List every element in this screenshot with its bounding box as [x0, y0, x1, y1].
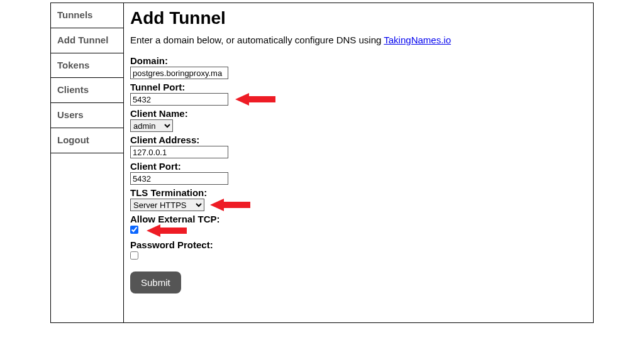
annotation-arrow-icon [147, 222, 187, 239]
row-tunnel-port: Tunnel Port: [130, 80, 587, 106]
sidebar-item-tokens[interactable]: Tokens [51, 53, 123, 79]
takingnames-link[interactable]: TakingNames.io [384, 35, 451, 45]
row-client-port: Client Port: [130, 160, 587, 185]
row-domain: Domain: [130, 54, 587, 79]
row-allow-external: Allow External TCP: [130, 212, 587, 237]
allow-external-checkbox[interactable] [130, 226, 138, 234]
submit-button[interactable]: Submit [130, 271, 181, 293]
row-client-address: Client Address: [130, 133, 587, 158]
sidebar-item-logout[interactable]: Logout [51, 128, 123, 153]
client-name-select[interactable]: admin [130, 119, 173, 132]
row-tls-termination: TLS Termination: Server HTTPS [130, 186, 587, 211]
page-title: Add Tunnel [130, 8, 587, 28]
label-domain: Domain: [130, 54, 587, 67]
label-allow-external: Allow External TCP: [130, 212, 587, 225]
label-client-name: Client Name: [130, 107, 587, 119]
intro-prefix: Enter a domain below, or automatically c… [130, 35, 384, 45]
sidebar: Tunnels Add Tunnel Tokens Clients Users … [51, 3, 124, 322]
tunnel-port-input[interactable] [130, 93, 228, 106]
row-client-name: Client Name: admin [130, 107, 587, 132]
label-client-port: Client Port: [130, 160, 587, 172]
svg-marker-2 [147, 224, 187, 237]
label-password-protect: Password Protect: [130, 238, 587, 251]
sidebar-item-tunnels[interactable]: Tunnels [51, 3, 123, 28]
annotation-arrow-icon [235, 91, 275, 107]
annotation-arrow-icon [210, 197, 250, 213]
sidebar-item-add-tunnel[interactable]: Add Tunnel [51, 28, 123, 53]
intro-text: Enter a domain below, or automatically c… [130, 35, 587, 45]
domain-input[interactable] [130, 67, 228, 79]
app-container: Tunnels Add Tunnel Tokens Clients Users … [50, 3, 594, 323]
label-tunnel-port: Tunnel Port: [130, 80, 587, 93]
sidebar-item-users[interactable]: Users [51, 103, 123, 128]
client-address-input[interactable] [130, 146, 228, 158]
label-client-address: Client Address: [130, 133, 587, 146]
row-password-protect: Password Protect: [130, 238, 587, 263]
tls-termination-select[interactable]: Server HTTPS [130, 199, 204, 211]
svg-marker-1 [210, 199, 250, 211]
sidebar-item-clients[interactable]: Clients [51, 78, 123, 103]
label-tls-termination: TLS Termination: [130, 186, 587, 199]
client-port-input[interactable] [130, 172, 228, 185]
svg-marker-0 [235, 93, 275, 106]
main-panel: Add Tunnel Enter a domain below, or auto… [124, 3, 593, 322]
password-protect-checkbox[interactable] [130, 251, 138, 260]
